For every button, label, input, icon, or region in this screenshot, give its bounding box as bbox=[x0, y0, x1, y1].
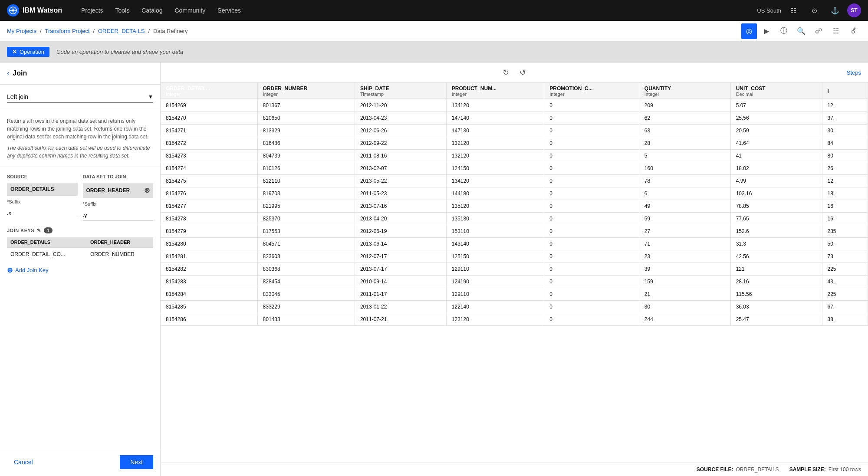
nav-projects[interactable]: Projects bbox=[76, 0, 108, 21]
back-button[interactable]: ‹ bbox=[7, 69, 9, 77]
operation-tag[interactable]: ✕ Operation bbox=[7, 47, 49, 57]
table-cell: 28 bbox=[639, 137, 730, 150]
table-cell: 37. bbox=[822, 112, 868, 125]
info-icon-btn[interactable]: ⓘ bbox=[776, 23, 792, 39]
table-cell: 73 bbox=[822, 250, 868, 263]
table-cell: 8154277 bbox=[161, 200, 257, 213]
col-header-1[interactable]: ORDER_NUMBER Integer bbox=[257, 83, 355, 99]
zoom-icon-btn[interactable]: ☍ bbox=[811, 23, 826, 39]
table-cell: 38. bbox=[822, 313, 868, 326]
table-cell: 8154279 bbox=[161, 225, 257, 238]
nav-tools[interactable]: Tools bbox=[110, 0, 135, 21]
avatar[interactable]: ST bbox=[847, 3, 861, 17]
table-cell: 153110 bbox=[446, 225, 544, 238]
source-file-label: SOURCE FILE: bbox=[697, 466, 733, 473]
breadcrumb: My Projects / Transform Project / ORDER_… bbox=[7, 28, 741, 34]
top-nav: IBM Watson Projects Tools Catalog Commun… bbox=[0, 0, 868, 21]
table-cell: 125150 bbox=[446, 250, 544, 263]
table-cell: 21 bbox=[639, 288, 730, 301]
table-cell: 821995 bbox=[257, 200, 355, 213]
breadcrumb-order-details[interactable]: ORDER_DETAILS bbox=[98, 28, 145, 34]
add-join-key-button[interactable]: ⊕ Add Join Key bbox=[7, 266, 49, 274]
minus-icon[interactable]: ⊗ bbox=[144, 186, 150, 194]
table-cell: 804739 bbox=[257, 150, 355, 162]
undo-button[interactable]: ↻ bbox=[499, 66, 513, 79]
nav-community[interactable]: Community bbox=[170, 0, 211, 21]
nav-services[interactable]: Services bbox=[212, 0, 246, 21]
close-icon[interactable]: ✕ bbox=[12, 49, 17, 55]
col-header-7[interactable]: I bbox=[822, 83, 868, 99]
table-cell: 810650 bbox=[257, 112, 355, 125]
table-cell: 2012-09-22 bbox=[355, 137, 446, 150]
table-cell: 8154278 bbox=[161, 213, 257, 225]
table-cell: 8154269 bbox=[161, 99, 257, 112]
steps-link[interactable]: Steps bbox=[847, 69, 861, 76]
table-row: 81542798175532012-06-19153110027152.6235 bbox=[161, 225, 868, 238]
table-cell: 43. bbox=[822, 276, 868, 288]
table-cell: 122140 bbox=[446, 301, 544, 313]
nav-catalog[interactable]: Catalog bbox=[136, 0, 168, 21]
table-cell: 8154282 bbox=[161, 263, 257, 276]
join-type-section: Left join ▼ bbox=[0, 85, 160, 110]
col-header-2[interactable]: SHIP_DATE Timestamp bbox=[355, 83, 446, 99]
table-cell: 2013-05-22 bbox=[355, 175, 446, 187]
data-table: ORDER_DETAIL... Integer ORDER_NUMBER Int… bbox=[161, 83, 868, 326]
col-header-5[interactable]: QUANTITY Integer bbox=[639, 83, 730, 99]
table-cell: 121 bbox=[730, 263, 822, 276]
join-type-label: Left join bbox=[7, 93, 28, 100]
table-row: 81542708106502013-04-2314714006225.5637. bbox=[161, 112, 868, 125]
table-cell: 225 bbox=[822, 263, 868, 276]
source-file-value: ORDER_DETAILS bbox=[736, 466, 779, 473]
table-cell: 159 bbox=[639, 276, 730, 288]
layout-icon-btn[interactable]: ☷ bbox=[828, 23, 844, 39]
panel-footer: Cancel Next bbox=[0, 448, 160, 476]
col-header-0[interactable]: ORDER_DETAIL... Integer bbox=[161, 83, 257, 99]
table-cell: 225 bbox=[822, 288, 868, 301]
table-cell: 49 bbox=[639, 200, 730, 213]
table-cell: 2012-06-19 bbox=[355, 225, 446, 238]
table-cell: 144180 bbox=[446, 187, 544, 200]
table-cell: 160 bbox=[639, 162, 730, 175]
cancel-button[interactable]: Cancel bbox=[7, 455, 40, 469]
join-type-dropdown[interactable]: Left join ▼ bbox=[7, 92, 153, 103]
edit-key-icon[interactable]: ✎ bbox=[37, 228, 41, 233]
keys-row: ORDER_DETAIL_CO... ORDER_NUMBER bbox=[7, 248, 153, 261]
table-cell: 0 bbox=[544, 137, 639, 150]
notification-icon[interactable]: ⚓ bbox=[826, 0, 844, 21]
table-cell: 2013-04-20 bbox=[355, 213, 446, 225]
breadcrumb-transform-project[interactable]: Transform Project bbox=[45, 28, 90, 34]
col-header-3[interactable]: PRODUCT_NUM... Integer bbox=[446, 83, 544, 99]
table-row: 81542738047392011-08-16132120054180 bbox=[161, 150, 868, 162]
table-body: 81542698013672012-11-2013412002095.0712.… bbox=[161, 99, 868, 326]
table-cell: 123120 bbox=[446, 313, 544, 326]
table-cell: 41 bbox=[730, 150, 822, 162]
table-cell: 132120 bbox=[446, 150, 544, 162]
share-icon-btn[interactable]: ⚦ bbox=[845, 23, 861, 39]
search-icon-btn[interactable]: 🔍 bbox=[793, 23, 809, 39]
col-header-6[interactable]: UNIT_COST Decimal bbox=[730, 83, 822, 99]
table-cell: 8154275 bbox=[161, 175, 257, 187]
table-cell: 8154274 bbox=[161, 162, 257, 175]
table-cell: 0 bbox=[544, 175, 639, 187]
table-cell: 825370 bbox=[257, 213, 355, 225]
source-suffix-input[interactable] bbox=[7, 208, 78, 218]
next-button[interactable]: Next bbox=[120, 455, 153, 469]
table-cell: 8154281 bbox=[161, 250, 257, 263]
document-icon[interactable]: ☷ bbox=[785, 0, 802, 21]
left-panel: ‹ Join Left join ▼ Returns all rows in t… bbox=[0, 62, 161, 476]
join-suffix-label: *Suffix bbox=[83, 201, 154, 207]
redo-button[interactable]: ↺ bbox=[516, 66, 529, 79]
join-name: ORDER_HEADER bbox=[86, 187, 130, 194]
table-row: 81542848330452011-01-17129110021115.5622… bbox=[161, 288, 868, 301]
join-suffix-input[interactable] bbox=[83, 210, 154, 220]
target-icon-btn[interactable]: ◎ bbox=[741, 23, 757, 39]
col-header-4[interactable]: PROMOTION_C... Integer bbox=[544, 83, 639, 99]
play-icon-btn[interactable]: ▶ bbox=[759, 23, 774, 39]
breadcrumb-my-projects[interactable]: My Projects bbox=[7, 28, 36, 34]
join-keys-header: JOIN KEYS ✎ 1 bbox=[7, 227, 153, 233]
table-cell: 4.99 bbox=[730, 175, 822, 187]
table-cell: 6 bbox=[639, 187, 730, 200]
table-row: 81542768197032011-05-2314418006103.1618! bbox=[161, 187, 868, 200]
table-cell: 39 bbox=[639, 263, 730, 276]
grid-icon[interactable]: ⊙ bbox=[806, 0, 823, 21]
